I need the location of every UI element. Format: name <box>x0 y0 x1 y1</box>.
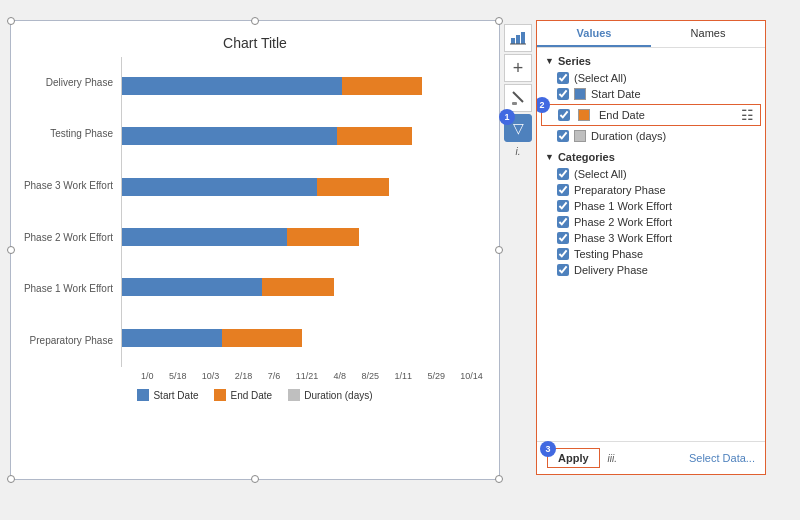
legend-box-start-date <box>137 389 149 401</box>
panel-tabs: Values Names <box>537 21 765 48</box>
legend-box-duration <box>288 389 300 401</box>
bar-blue-testing <box>122 127 337 145</box>
resize-handle-tm[interactable] <box>251 17 259 25</box>
cat-preparatory[interactable]: Preparatory Phase <box>537 182 765 198</box>
svg-rect-0 <box>511 38 515 44</box>
y-axis-labels: Delivery Phase Testing Phase Phase 3 Wor… <box>11 57 121 367</box>
series-duration[interactable]: Duration (days) <box>537 128 765 144</box>
chart-filter-button[interactable]: ▽ 1 <box>504 114 532 142</box>
filter-icon: ▽ <box>513 120 524 136</box>
end-date-edit-icon[interactable]: ☷ <box>741 107 754 123</box>
bar-blue-preparatory <box>122 329 222 347</box>
chart-legend: Start Date End Date Duration (days) <box>11 381 499 401</box>
bar-orange-phase1 <box>262 278 334 296</box>
x-label-5: 11/21 <box>296 371 319 381</box>
series-select-all-checkbox[interactable] <box>557 72 569 84</box>
cat-phase3[interactable]: Phase 3 Work Effort <box>537 230 765 246</box>
bar-orange-delivery <box>342 77 422 95</box>
x-axis: 1/0 5/18 10/3 2/18 7/6 11/21 4/8 8/25 1/… <box>11 367 499 381</box>
resize-handle-tl[interactable] <box>7 17 15 25</box>
bars-container <box>121 57 483 367</box>
plus-icon: + <box>513 58 524 79</box>
series-start-date-checkbox[interactable] <box>557 88 569 100</box>
apply-button[interactable]: 3 Apply <box>547 448 600 468</box>
x-label-9: 5/29 <box>427 371 445 381</box>
cat-phase1-label: Phase 1 Work Effort <box>574 200 672 212</box>
filter-badge: 1 <box>499 109 515 125</box>
legend-end-date: End Date <box>214 389 272 401</box>
cat-delivery[interactable]: Delivery Phase <box>537 262 765 278</box>
bar-row-phase2 <box>122 223 483 251</box>
bar-row-preparatory <box>122 324 483 352</box>
cat-phase3-checkbox[interactable] <box>557 232 569 244</box>
cat-testing-label: Testing Phase <box>574 248 643 260</box>
series-section-label: Series <box>558 55 591 67</box>
tab-values[interactable]: Values <box>537 21 651 47</box>
cat-phase3-label: Phase 3 Work Effort <box>574 232 672 244</box>
bar-blue-phase3 <box>122 178 317 196</box>
cat-select-all-checkbox[interactable] <box>557 168 569 180</box>
select-data-link[interactable]: Select Data... <box>689 452 755 464</box>
series-select-all[interactable]: (Select All) <box>537 70 765 86</box>
chart-elements-button[interactable] <box>504 24 532 52</box>
bar-orange-phase3 <box>317 178 389 196</box>
cat-phase1[interactable]: Phase 1 Work Effort <box>537 198 765 214</box>
bar-orange-phase2 <box>287 228 359 246</box>
panel-body: ▼ Series (Select All) Start Date 2 <box>537 48 765 441</box>
svg-rect-5 <box>512 102 517 105</box>
x-label-2: 10/3 <box>202 371 220 381</box>
cat-delivery-checkbox[interactable] <box>557 264 569 276</box>
chart-styles-button[interactable]: + <box>504 54 532 82</box>
x-label-6: 4/8 <box>334 371 347 381</box>
cat-phase2[interactable]: Phase 2 Work Effort <box>537 214 765 230</box>
y-label-4: Phase 3 Work Effort <box>19 180 113 192</box>
series-section-header[interactable]: ▼ Series <box>537 52 765 70</box>
bar-orange-preparatory <box>222 329 302 347</box>
series-start-date-icon <box>574 88 586 100</box>
y-label-3: Phase 2 Work Effort <box>19 232 113 244</box>
categories-section-header[interactable]: ▼ Categories <box>537 148 765 166</box>
resize-handle-bl[interactable] <box>7 475 15 483</box>
bar-blue-phase1 <box>122 278 262 296</box>
resize-handle-tr[interactable] <box>495 17 503 25</box>
filter-panel: Values Names ▼ Series (Select All) <box>536 20 766 475</box>
series-end-date-checkbox[interactable] <box>558 109 570 121</box>
series-end-date-label: End Date <box>599 109 736 121</box>
bar-blue-phase2 <box>122 228 287 246</box>
chart-brush-button[interactable] <box>504 84 532 112</box>
chart-elements-icon <box>510 30 526 46</box>
svg-line-4 <box>513 92 523 102</box>
resize-handle-ml[interactable] <box>7 246 15 254</box>
x-label-3: 2/18 <box>235 371 253 381</box>
resize-handle-br[interactable] <box>495 475 503 483</box>
cat-preparatory-label: Preparatory Phase <box>574 184 666 196</box>
cat-select-all[interactable]: (Select All) <box>537 166 765 182</box>
main-container: Chart Title Delivery Phase Testing Phase… <box>10 10 790 510</box>
series-duration-label: Duration (days) <box>591 130 666 142</box>
tab-names[interactable]: Names <box>651 21 765 47</box>
bar-row-testing <box>122 122 483 150</box>
series-end-date-icon <box>578 109 590 121</box>
cat-select-all-label: (Select All) <box>574 168 627 180</box>
legend-label-start-date: Start Date <box>153 390 198 401</box>
footer-note: iii. <box>608 453 617 464</box>
series-start-date-label: Start Date <box>591 88 641 100</box>
cat-testing[interactable]: Testing Phase <box>537 246 765 262</box>
chart-title: Chart Title <box>11 21 499 57</box>
y-label-6: Delivery Phase <box>19 77 113 89</box>
x-label-1: 5/18 <box>169 371 187 381</box>
series-start-date[interactable]: Start Date <box>537 86 765 102</box>
apply-badge: 3 <box>540 441 556 457</box>
cat-phase1-checkbox[interactable] <box>557 200 569 212</box>
cat-testing-checkbox[interactable] <box>557 248 569 260</box>
series-select-all-label: (Select All) <box>574 72 627 84</box>
resize-handle-bm[interactable] <box>251 475 259 483</box>
series-end-date[interactable]: 2 End Date ☷ <box>541 104 761 126</box>
chart-area: Chart Title Delivery Phase Testing Phase… <box>10 20 500 480</box>
cat-preparatory-checkbox[interactable] <box>557 184 569 196</box>
resize-handle-mr[interactable] <box>495 246 503 254</box>
y-label-5: Testing Phase <box>19 128 113 140</box>
series-duration-checkbox[interactable] <box>557 130 569 142</box>
bar-row-delivery <box>122 72 483 100</box>
cat-phase2-checkbox[interactable] <box>557 216 569 228</box>
